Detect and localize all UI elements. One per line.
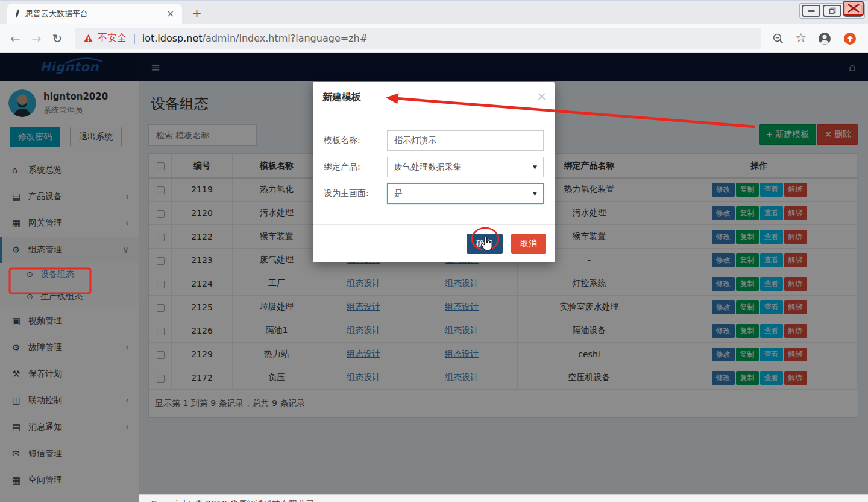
new-template-modal: 新建模板 × 模板名称: 指示灯演示 绑定产品: 废气处理数据采集▼ 设为主画面… <box>313 82 555 262</box>
app-root: Hignton ≡ ⌂ hignton2020 系统管理员 <box>0 53 868 502</box>
browser-titlebar: 思普云大数据平台 × + × <box>0 0 868 24</box>
profile-avatar-icon[interactable] <box>817 31 832 46</box>
restore-icon[interactable] <box>823 5 841 17</box>
cancel-button[interactable]: 取消 <box>511 234 546 254</box>
modal-title: 新建模板 <box>322 91 361 103</box>
browser-window: 思普云大数据平台 × + × ← → ↻ 不安全 | iot.idosp.net… <box>0 0 868 502</box>
bind-product-label: 绑定产品: <box>324 157 387 177</box>
modal-close-icon[interactable]: × <box>536 89 547 103</box>
url-domain: iot.idosp.net <box>142 33 203 44</box>
reload-icon[interactable]: ↻ <box>52 33 63 45</box>
tab-close-icon[interactable]: × <box>165 8 176 19</box>
main-screen-select[interactable]: 是▼ <box>387 183 544 204</box>
forward-icon[interactable]: → <box>31 33 42 45</box>
browser-tab[interactable]: 思普云大数据平台 × <box>7 4 182 24</box>
window-controls: × <box>799 3 865 19</box>
minimize-icon[interactable] <box>802 5 820 17</box>
caret-down-icon: ▼ <box>533 191 537 197</box>
site-favicon-icon <box>13 9 20 19</box>
new-tab-button[interactable]: + <box>192 7 202 19</box>
copyright-footer: Copyright © 2019 华辰智通科技有限公司 <box>139 494 868 502</box>
bind-product-select[interactable]: 废气处理数据采集▼ <box>387 157 544 177</box>
browser-navbar: ← → ↻ 不安全 | iot.idosp.net /admin/index.h… <box>0 24 868 53</box>
url-path: /admin/index.html?language=zh# <box>203 33 368 44</box>
bookmark-star-icon[interactable]: ☆ <box>795 32 807 45</box>
caret-down-icon: ▼ <box>533 164 537 170</box>
main-screen-label: 设为主画面: <box>324 183 387 204</box>
navbar-actions: ☆ <box>772 31 857 46</box>
tab-title: 思普云大数据平台 <box>25 8 165 19</box>
security-warning-icon <box>83 34 93 43</box>
back-icon[interactable]: ← <box>10 33 20 45</box>
ok-button[interactable]: 确定 <box>467 234 503 254</box>
browser-update-icon[interactable] <box>843 31 857 46</box>
security-label[interactable]: 不安全 <box>98 32 127 45</box>
url-separator: | <box>133 33 136 44</box>
address-bar[interactable]: 不安全 | iot.idosp.net /admin/index.html?la… <box>75 28 761 49</box>
zoom-out-icon[interactable] <box>772 33 784 45</box>
template-name-label: 模板名称: <box>324 130 387 151</box>
close-icon[interactable]: × <box>844 5 863 17</box>
template-name-input[interactable]: 指示灯演示 <box>387 130 544 151</box>
